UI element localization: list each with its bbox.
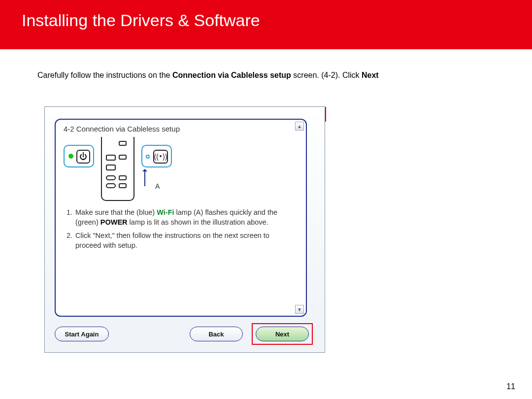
scroll-up-icon[interactable]: ▲ [295,122,304,131]
wifi-button-callout: ((ꞏ)) [141,145,172,167]
printer-illustration: ⏻ ((ꞏ)) A [64,137,306,204]
arrow-icon [144,169,145,186]
step-list: 1. Make sure that the (blue) Wi-Fi lamp … [56,204,306,250]
step-title: 4-2 Connection via Cableless setup [56,120,306,133]
red-marker [325,107,326,122]
wifi-icon: ((ꞏ)) [153,150,168,164]
wizard-content-frame: 4-2 Connection via Cableless setup ⏻ ((ꞏ… [55,119,307,317]
start-again-button[interactable]: Start Again [55,327,109,341]
list-item: 1. Make sure that the (blue) Wi-Fi lamp … [66,208,292,227]
back-button[interactable]: Back [190,327,243,341]
label-a: A [155,182,160,190]
power-button-callout: ⏻ [64,145,94,167]
wizard-dialog: 4-2 Connection via Cableless setup ⏻ ((ꞏ… [44,106,325,353]
list-item: 2. Click "Next," then follow the instruc… [66,231,292,250]
power-lamp-green-icon [68,154,73,159]
scroll-down-icon[interactable]: ▼ [295,305,304,314]
page-title: Installing the Drivers & Software [22,11,532,30]
page-number: 11 [506,382,515,391]
title-banner: Installing the Drivers & Software [0,0,532,49]
wifi-lamp-blue-icon [146,155,150,159]
control-panel-icon [101,137,134,201]
power-icon: ⏻ [76,150,90,164]
next-button[interactable]: Next [256,327,309,341]
scrollbar[interactable]: ▲ ▼ [295,122,304,314]
instruction-text: Carefully follow the instructions on the… [0,49,532,80]
